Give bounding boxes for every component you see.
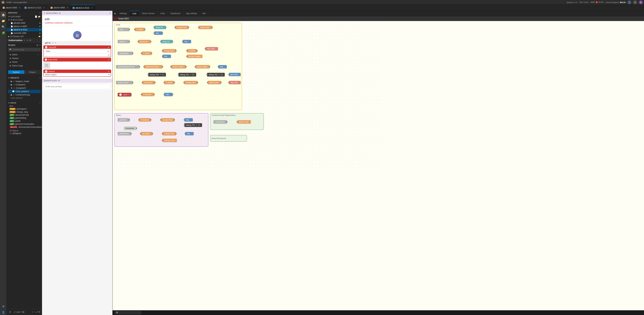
node-http-401[interactable]: http (401 <box>229 81 241 84</box>
node-query-db[interactable]: query to db <box>237 120 251 124</box>
project-tree[interactable]: ▼ AI Bot 3.0 Beta <box>7 18 42 21</box>
node-check-auth-2[interactable]: check auth <box>208 81 221 84</box>
api-change-lang[interactable]: POST change_lang <box>8 110 40 114</box>
node-mongo-insert[interactable]: mongo Insert <box>162 139 177 142</box>
tree-item-ui-3121[interactable]: 📄 aibotv3-ui-3121 <box>7 28 42 32</box>
add-widget-btn[interactable]: + ADD WIDGET <box>8 96 40 100</box>
new-folder-icon[interactable]: 📁 <box>38 16 40 18</box>
node-get-all-holes[interactable]: getAllHoles <box>118 132 131 135</box>
widget-chat-botdemo[interactable]: 💬 Chat_botdemo <box>8 90 40 93</box>
node-debug-762[interactable]: debug 762 ≡ □ <box>207 73 225 76</box>
api-get-user-conversation[interactable]: GET getUserConversation <box>8 122 40 126</box>
pages-settings-btn[interactable]: ⚙ <box>36 44 38 46</box>
api-get-ai-setting[interactable]: GET getAISetting <box>8 116 40 120</box>
node-mongo-find-3[interactable]: mongo Find <box>184 81 198 84</box>
node-verify-token[interactable]: verifyToken <box>214 120 227 124</box>
api-demo-user-chat[interactable]: GET demoUserChat <box>8 114 40 116</box>
node-function-1[interactable]: f function <box>142 93 154 96</box>
sidebar-search-btn[interactable]: 🔍 <box>1 24 6 30</box>
debug770-toggle[interactable]: □ <box>198 124 200 126</box>
node-mongo-find-4[interactable]: mongo Find <box>161 118 174 122</box>
right-tab-settings[interactable]: Settings <box>117 11 130 16</box>
node-check-auth-1[interactable]: check auth <box>199 26 212 29</box>
model-chevron-icon[interactable]: ▾ <box>55 42 56 44</box>
tab-aibotnr-5850-2[interactable]: aibotnr-5850 ✕ <box>48 5 70 11</box>
node-function-2[interactable]: f function <box>139 118 151 122</box>
right-tab-dashboard[interactable]: Dashboard <box>168 11 183 16</box>
node-email-token[interactable]: email and token <box>144 65 162 68</box>
user-avatar[interactable]: S <box>639 0 643 4</box>
right-tab-links[interactable]: Links <box>158 11 168 16</box>
node-msg-email[interactable]: msg to email <box>171 65 186 68</box>
node-login[interactable]: login <box>118 28 130 31</box>
pages-add-btn[interactable]: + <box>39 44 40 46</box>
node-http-5[interactable]: http <box>164 93 172 96</box>
tree-item-nr-9687[interactable]: 📄 aibotnr-nr-9687 <box>7 25 42 28</box>
model-selector[interactable]: gpt-4o ✕ ▾ <box>43 41 111 45</box>
select3-dropdown[interactable]: Select option ▾ <box>44 73 111 76</box>
right-tab-demo-version[interactable]: Demo Version <box>139 11 158 16</box>
flow-search-input[interactable] <box>120 312 140 314</box>
widget-support-modal[interactable]: ▶ □ Support_modal <box>8 80 40 83</box>
node-check-jwt-1[interactable]: check jwt <box>138 40 151 43</box>
close-icon-2[interactable]: ✕ <box>43 6 45 9</box>
bottom-settings-btn[interactable]: ⚙ <box>39 311 40 313</box>
tree-item-vectordb[interactable]: 📄 vectordb-1990 <box>7 32 42 35</box>
widgets-toggle-btn[interactable]: Widgets <box>24 70 40 74</box>
avatar-menu[interactable]: 👤 <box>628 0 631 4</box>
sidebar-explorer-btn[interactable]: 📁 <box>1 18 6 24</box>
node-check-3[interactable]: f check <box>187 49 197 52</box>
right-tab-app-settings[interactable]: App settings <box>183 11 200 16</box>
node-mongo-find-5[interactable]: mongo Find <box>162 132 176 135</box>
widget-container3[interactable]: ▶ □ Container3 <box>8 83 40 86</box>
explorer-toggle-btn[interactable]: Explorer <box>8 70 24 74</box>
node-registration[interactable]: registration <box>118 52 133 55</box>
api-remove-user-conversations[interactable]: DELETE removeUserConversations <box>8 126 40 128</box>
node-msg-page[interactable]: msg to page <box>195 65 210 68</box>
help-btn[interactable]: ? <box>633 0 637 4</box>
external-app-section[interactable]: ▶ EXTERNAL APP 📁 <box>7 35 42 38</box>
app-logo[interactable]: 🏠 <box>1 1 5 4</box>
settings-gear-icon[interactable]: ⚙ <box>108 54 110 56</box>
new-file-icon[interactable]: 📄 <box>35 16 37 18</box>
node-http-3[interactable]: http <box>162 55 171 58</box>
node-get-roles-2[interactable]: get roles <box>141 132 152 135</box>
api-add-btn[interactable]: + <box>39 102 40 104</box>
settings-btn[interactable]: ⚙ <box>30 39 31 42</box>
node-timestamp[interactable]: timestamp <box>124 126 136 130</box>
node-repeat-register[interactable]: repeatRegisterEmail <box>116 65 140 68</box>
node-catch-1[interactable]: ! catch: 1 <box>118 93 131 96</box>
node-debug-761[interactable]: debug 761 ≡ □ <box>178 73 196 76</box>
node-mongo-find-1[interactable]: mongo Find <box>175 26 188 29</box>
button-close-icon[interactable]: ✕ <box>108 59 110 61</box>
page-item-home[interactable]: 🖥 Home <box>8 60 40 64</box>
node-http-4[interactable]: http <box>218 65 227 68</box>
node-check-token[interactable]: /check_token <box>116 81 133 84</box>
bottom-branch-btn[interactable]: ⎇ <box>36 311 38 313</box>
chat-input[interactable] <box>43 84 111 89</box>
node-check-4[interactable]: f check <box>164 81 174 84</box>
right-tab-bot[interactable]: Bot <box>200 11 208 16</box>
node-http-7[interactable]: http <box>185 132 194 135</box>
sidebar-home-btn[interactable]: 🏠 <box>1 12 6 18</box>
api-ask-support[interactable]: POST askSupport <box>8 108 40 110</box>
sidebar-user-btn[interactable]: 👤 <box>1 310 6 315</box>
collapse-btn[interactable]: ◀ <box>112 11 117 16</box>
widgets-add-btn[interactable]: + <box>39 77 40 79</box>
node-http-1[interactable]: http <box>154 32 162 35</box>
page-item-demo[interactable]: 🖥 Demo ✓ <box>8 53 40 56</box>
node-check-jwt-2[interactable]: check jwt <box>142 81 155 84</box>
widget-container4copy[interactable]: ▶ □ Container4Copy <box>8 93 40 96</box>
add-service-btn[interactable]: + <box>40 12 40 14</box>
sidebar-extensions-btn[interactable]: 🧩 <box>1 30 6 36</box>
node-delay-4s[interactable]: delay 4s <box>154 26 166 29</box>
accordion-close[interactable]: ✕ <box>109 12 111 14</box>
bottom-down-btn[interactable]: ↓ <box>34 311 35 313</box>
node-debug-770[interactable]: debug 770 ≡ □ <box>184 123 202 127</box>
debug761-toggle[interactable]: □ <box>192 74 194 76</box>
edit-btn[interactable]: ✏ <box>27 39 28 42</box>
node-debug-760[interactable]: debug 760 ≡ □ <box>148 73 166 76</box>
select-db-dropdown[interactable]: Sele... ▾ <box>44 50 110 53</box>
node-http-400[interactable]: http (400) <box>205 47 218 50</box>
node-get-roles-1[interactable]: get roles <box>229 73 241 76</box>
